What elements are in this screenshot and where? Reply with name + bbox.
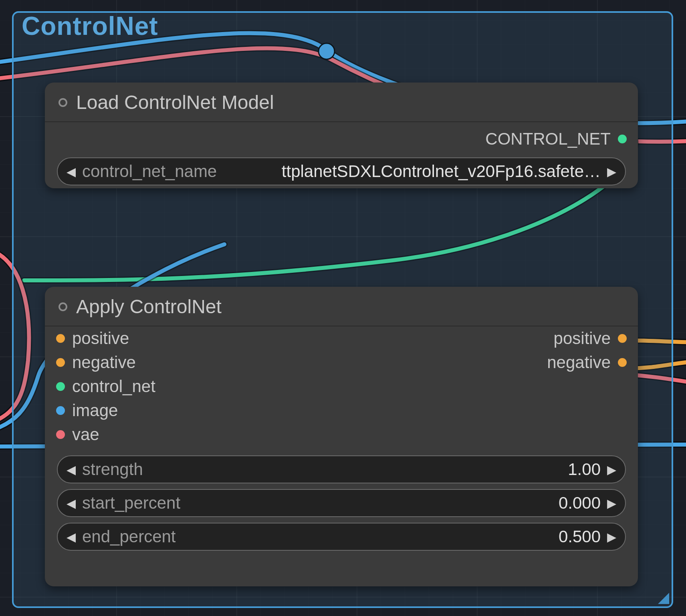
param-strength[interactable]: ◀ strength 1.00 ▶ bbox=[57, 455, 626, 483]
input-port-negative[interactable] bbox=[56, 358, 65, 367]
chevron-right-icon[interactable]: ▶ bbox=[607, 496, 616, 510]
chevron-left-icon[interactable]: ◀ bbox=[67, 463, 76, 477]
input-port-vae[interactable] bbox=[56, 430, 65, 439]
collapse-toggle-icon[interactable] bbox=[59, 98, 67, 107]
node-title: Apply ControlNet bbox=[76, 296, 222, 318]
node-header[interactable]: Load ControlNet Model bbox=[45, 83, 638, 122]
output-negative-row: negative bbox=[547, 353, 627, 372]
node-header[interactable]: Apply ControlNet bbox=[45, 287, 638, 326]
node-apply-controlnet[interactable]: Apply ControlNet positive positive negat… bbox=[45, 287, 638, 586]
chevron-left-icon[interactable]: ◀ bbox=[67, 496, 76, 510]
chevron-right-icon[interactable]: ▶ bbox=[607, 463, 616, 477]
input-port-control-net[interactable] bbox=[56, 382, 65, 391]
input-port-positive[interactable] bbox=[56, 334, 65, 343]
chevron-right-icon[interactable]: ▶ bbox=[607, 530, 616, 544]
param-control-net-name[interactable]: ◀ control_net_name ttplanetSDXLControlne… bbox=[57, 157, 626, 185]
input-negative: negative bbox=[56, 353, 136, 372]
output-port-control-net[interactable] bbox=[618, 135, 627, 143]
chevron-left-icon[interactable]: ◀ bbox=[67, 165, 76, 179]
chevron-right-icon[interactable]: ▶ bbox=[607, 165, 616, 179]
input-port-image[interactable] bbox=[56, 406, 65, 415]
output-control-net: CONTROL_NET bbox=[45, 122, 638, 152]
input-control-net: control_net bbox=[56, 377, 155, 396]
input-image: image bbox=[56, 401, 118, 420]
node-load-controlnet-model[interactable]: Load ControlNet Model CONTROL_NET ◀ cont… bbox=[45, 83, 638, 188]
group-resize-handle[interactable] bbox=[658, 593, 669, 604]
collapse-toggle-icon[interactable] bbox=[59, 302, 67, 311]
output-port-positive[interactable] bbox=[618, 334, 627, 343]
param-end-percent[interactable]: ◀ end_percent 0.500 ▶ bbox=[57, 523, 626, 551]
node-title: Load ControlNet Model bbox=[76, 91, 274, 113]
chevron-left-icon[interactable]: ◀ bbox=[67, 530, 76, 544]
input-vae: vae bbox=[56, 425, 99, 444]
node-graph-canvas[interactable]: ControlNet Load ControlNet Model CONTROL… bbox=[0, 0, 686, 616]
param-start-percent[interactable]: ◀ start_percent 0.000 ▶ bbox=[57, 489, 626, 517]
output-positive-row: positive bbox=[554, 329, 627, 348]
group-title: ControlNet bbox=[22, 11, 158, 41]
output-port-negative[interactable] bbox=[618, 358, 627, 367]
input-positive: positive bbox=[56, 329, 129, 348]
